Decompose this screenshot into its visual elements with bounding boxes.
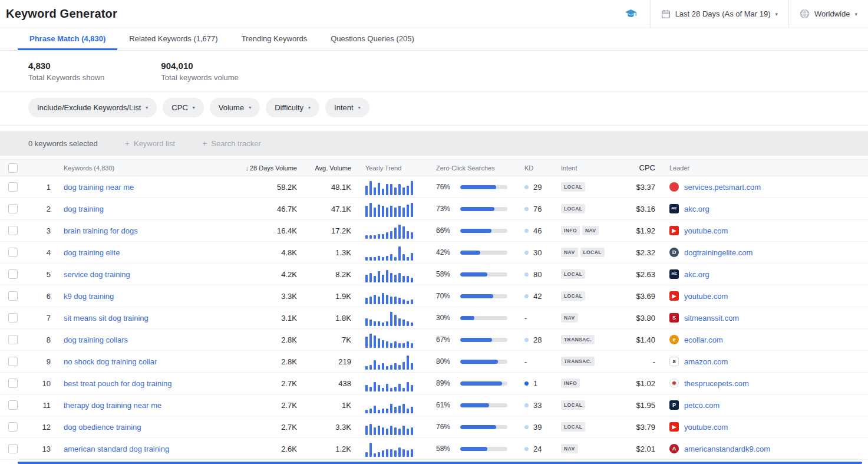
avg-volume: 438 <box>308 379 362 388</box>
col-yearly-trend[interactable]: Yearly Trend <box>362 164 433 172</box>
leader-link[interactable]: dogtrainingelite.com <box>684 248 753 257</box>
filter-difficulty[interactable]: Difficulty▾ <box>266 98 319 117</box>
leader-link[interactable]: americanstandardk9.com <box>684 445 770 453</box>
trend-bar <box>365 426 368 435</box>
date-range-picker[interactable]: Last 28 Days (As of Mar 19) ▾ <box>651 0 788 28</box>
filter-include-exclude-keywords-list[interactable]: Include/Exclude Keywords/List▾ <box>28 98 157 117</box>
trend-bar <box>398 384 401 391</box>
leader-link[interactable]: petco.com <box>684 401 720 410</box>
leader-link[interactable]: akc.org <box>684 205 709 213</box>
keyword-link[interactable]: dog training near me <box>64 183 134 192</box>
trend-bar <box>402 320 405 325</box>
col-28-days-volume[interactable]: ↓28 Days Volume <box>202 164 308 172</box>
row-checkbox[interactable] <box>8 269 18 279</box>
row-checkbox[interactable] <box>8 226 18 235</box>
row-checkbox[interactable] <box>8 379 18 388</box>
row-checkbox[interactable] <box>8 357 18 366</box>
tab-trending-keywords[interactable]: Trending Keywords <box>230 28 319 50</box>
row-checkbox[interactable] <box>8 248 18 257</box>
leader-link[interactable]: youtube.com <box>684 292 728 301</box>
col-kd[interactable]: KD <box>521 164 557 172</box>
keyword-link[interactable]: dog training elite <box>64 248 120 257</box>
leader-link[interactable]: services.petsmart.com <box>684 183 761 192</box>
region-picker[interactable]: Worldwide ▾ <box>789 0 868 28</box>
keyword-link[interactable]: best treat pouch for dog training <box>64 379 172 388</box>
filter-cpc[interactable]: CPC▾ <box>163 98 203 117</box>
filter-volume[interactable]: Volume▾ <box>210 98 260 117</box>
trend-bar <box>374 295 376 304</box>
row-checkbox[interactable] <box>8 313 18 323</box>
trend-bar <box>402 300 405 304</box>
leader-link[interactable]: amazon.com <box>684 357 728 366</box>
trend-bar <box>394 387 397 391</box>
keyword-link[interactable]: dog training collars <box>64 335 128 344</box>
row-checkbox[interactable] <box>8 335 18 344</box>
keyword-link[interactable]: sit means sit dog training <box>64 314 148 323</box>
col-avg-volume[interactable]: Avg. Volume <box>308 164 362 172</box>
keyword-link[interactable]: no shock dog training collar <box>64 357 157 366</box>
trend-bar <box>365 385 368 391</box>
total-volume-label: Total keywords volume <box>161 73 239 82</box>
select-all-checkbox[interactable] <box>8 163 18 173</box>
row-number: 1 <box>26 183 60 192</box>
add-keyword-list-button[interactable]: + Keyword list <box>125 139 175 148</box>
zero-click-value: 58% <box>436 445 455 453</box>
keyword-link[interactable]: dog obedience training <box>64 423 141 432</box>
volume-28d: 2.8K <box>202 335 308 344</box>
zero-click-value: 67% <box>436 335 455 344</box>
table-row: 12 dog obedience training 2.7K 3.3K 76% … <box>0 416 868 438</box>
zero-click-fill <box>460 207 494 211</box>
row-checkbox[interactable] <box>8 444 18 453</box>
tab-phrase-match[interactable]: Phrase Match (4,830) <box>18 28 117 50</box>
row-checkbox[interactable] <box>8 204 18 213</box>
americanstandardk9-favicon: A <box>669 444 679 453</box>
trend-bar <box>394 363 397 369</box>
row-checkbox[interactable] <box>8 400 18 410</box>
row-checkbox[interactable] <box>8 422 18 432</box>
filter-intent[interactable]: Intent▾ <box>325 98 369 117</box>
trend-sparkline <box>365 332 429 348</box>
trend-bar <box>411 278 413 282</box>
leader-link[interactable]: youtube.com <box>684 226 728 235</box>
keyword-link[interactable]: therapy dog training near me <box>64 401 161 410</box>
leader-link[interactable]: youtube.com <box>684 423 728 432</box>
trend-bar <box>369 424 372 435</box>
col-cpc[interactable]: CPC <box>620 163 666 172</box>
tab-questions-queries[interactable]: Questions Queries (205) <box>319 28 426 50</box>
add-search-tracker-button[interactable]: + Search tracker <box>202 139 261 148</box>
keyword-link[interactable]: brain training for dogs <box>64 226 138 235</box>
keyword-link[interactable]: dog training <box>64 205 104 213</box>
total-volume-value: 904,010 <box>161 61 239 71</box>
leader-link[interactable]: sitmeanssit.com <box>684 314 739 323</box>
row-checkbox[interactable] <box>8 291 18 301</box>
trend-bar <box>390 388 392 391</box>
academy-button[interactable] <box>612 0 650 28</box>
trend-bar <box>411 253 413 261</box>
cpc-value: $3.37 <box>620 183 666 192</box>
trend-bar <box>365 318 368 326</box>
sort-desc-icon: ↓ <box>245 164 249 172</box>
col-zero-click[interactable]: Zero-Click Searches <box>433 164 521 172</box>
intent-badge: TRANSAC. <box>561 357 595 366</box>
cpc-value: - <box>620 357 666 366</box>
intent-badges: INFO <box>557 379 620 388</box>
keyword-link[interactable]: k9 dog training <box>64 292 114 301</box>
volume-28d: 2.6K <box>202 445 308 453</box>
trend-bar <box>374 257 376 260</box>
kd-value: 30 <box>533 248 542 257</box>
col-keywords[interactable]: Keywords (4,830) <box>60 164 202 172</box>
row-checkbox[interactable] <box>8 182 18 192</box>
col-leader[interactable]: Leader <box>666 164 868 172</box>
kd-dot <box>524 447 529 451</box>
keyword-link[interactable]: american standard dog training <box>64 445 169 453</box>
col-intent[interactable]: Intent <box>557 164 620 172</box>
trend-bar <box>365 257 368 260</box>
leader-link[interactable]: ecollar.com <box>684 335 723 344</box>
tab-related-keywords[interactable]: Related Keywords (1,677) <box>117 28 229 50</box>
keyword-link[interactable]: service dog training <box>64 270 130 279</box>
leader-link[interactable]: thesprucepets.com <box>684 379 749 388</box>
trend-bar <box>365 206 368 216</box>
trend-bar <box>382 275 384 282</box>
horizontal-scrollbar-thumb[interactable] <box>18 462 862 464</box>
leader-link[interactable]: akc.org <box>684 270 709 279</box>
